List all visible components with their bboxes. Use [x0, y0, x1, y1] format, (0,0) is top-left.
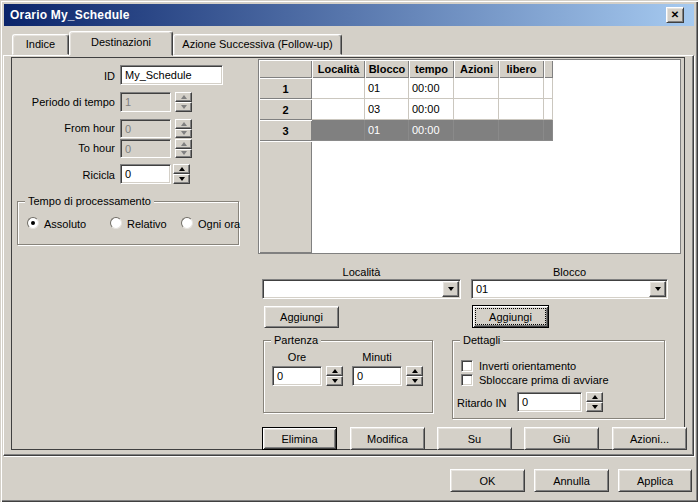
row-header[interactable]: 1: [259, 78, 312, 99]
localita-dropdown-button[interactable]: [442, 281, 459, 297]
radio-relativo[interactable]: [110, 217, 122, 229]
chevron-down-icon: [448, 287, 454, 291]
periodo-field: 1: [120, 92, 171, 112]
close-button[interactable]: ✕: [666, 7, 684, 23]
cell-libero[interactable]: [499, 78, 544, 99]
minuti-field[interactable]: 0: [352, 366, 402, 386]
close-icon: ✕: [671, 10, 679, 20]
sbloccare-checkbox[interactable]: [461, 374, 473, 386]
ore-stepper-up[interactable]: [326, 366, 343, 376]
destinations-table[interactable]: Località Blocco tempo Azioni libero 1 01…: [258, 59, 681, 254]
ore-stepper-down[interactable]: [326, 376, 343, 386]
cell-blocco[interactable]: 01: [365, 120, 409, 141]
aggiungi-blocco-button[interactable]: Aggiungi: [472, 305, 549, 328]
ok-button[interactable]: OK: [450, 469, 525, 492]
cell-blocco[interactable]: 01: [365, 78, 409, 99]
radio-ogni-ora[interactable]: [181, 217, 193, 229]
radio-assoluto[interactable]: [27, 217, 39, 229]
cell-azioni[interactable]: [454, 120, 499, 141]
minuti-stepper-down[interactable]: [406, 376, 423, 386]
applica-label: Applica: [637, 475, 673, 487]
ritardo-stepper-down[interactable]: [586, 402, 603, 412]
applica-button[interactable]: Applica: [618, 469, 692, 492]
modifica-button[interactable]: Modifica: [350, 427, 425, 450]
ricicla-field[interactable]: 0: [120, 164, 171, 184]
dialog-window: Orario My_Schedule ✕ Indice Destinazioni…: [0, 0, 698, 502]
annulla-button[interactable]: Annulla: [534, 469, 609, 492]
minuti-field-value: 0: [357, 370, 363, 382]
col-header-blocco[interactable]: Blocco: [365, 60, 409, 78]
ricicla-stepper-up[interactable]: [173, 164, 190, 174]
dettagli-title: Dettagli: [460, 334, 503, 346]
row-header[interactable]: 2: [259, 99, 312, 120]
ricicla-stepper[interactable]: [173, 164, 190, 184]
to-hour-stepper-up: [175, 139, 192, 149]
blocco-combobox[interactable]: 01: [471, 279, 668, 299]
blocco-dropdown-button[interactable]: [649, 281, 666, 297]
cell-azioni[interactable]: [454, 78, 499, 99]
arrow-up-icon: [412, 369, 418, 373]
ore-stepper[interactable]: [326, 366, 343, 386]
id-field[interactable]: My_Schedule: [120, 65, 223, 85]
col-header-azioni[interactable]: Azioni: [454, 60, 499, 78]
col-header-libero[interactable]: libero: [499, 60, 544, 78]
elimina-label: Elimina: [281, 433, 317, 445]
table-row[interactable]: 1 01 00:00: [259, 78, 680, 99]
col-header-localita[interactable]: Località: [312, 60, 365, 78]
arrow-down-icon: [592, 405, 598, 409]
ore-field-value: 0: [277, 370, 283, 382]
cell-localita[interactable]: [312, 120, 365, 141]
col-header-tempo[interactable]: tempo: [409, 60, 454, 78]
radio-ogni-ora-label: Ogni ora: [198, 218, 240, 230]
arrow-up-icon: [592, 395, 598, 399]
cell-tempo[interactable]: 00:00: [409, 78, 454, 99]
to-hour-stepper: [175, 139, 192, 158]
title-bar[interactable]: Orario My_Schedule: [4, 4, 694, 26]
partenza-title: Partenza: [271, 334, 321, 346]
cell-tempo[interactable]: 00:00: [409, 120, 454, 141]
ricicla-field-value: 0: [125, 168, 131, 180]
elimina-button[interactable]: Elimina: [262, 427, 337, 450]
row-header[interactable]: 3: [259, 120, 312, 141]
ritardo-in-label: Ritardo IN: [457, 397, 507, 409]
su-button[interactable]: Su: [437, 427, 512, 450]
to-hour-field-value: 0: [125, 143, 131, 155]
cell-libero[interactable]: [499, 99, 544, 120]
minuti-stepper-up[interactable]: [406, 366, 423, 376]
ricicla-stepper-down[interactable]: [173, 174, 190, 184]
minuti-stepper[interactable]: [406, 366, 423, 386]
cell-localita[interactable]: [312, 78, 365, 99]
tab-destinazioni-label: Destinazioni: [91, 36, 151, 48]
table-row[interactable]: 2 03 00:00: [259, 99, 680, 120]
tab-azione-successiva[interactable]: Azione Successiva (Follow-up): [173, 34, 342, 55]
ore-field[interactable]: 0: [272, 366, 322, 386]
arrow-down-icon: [181, 151, 187, 155]
table-row-selected[interactable]: 3 01 00:00: [259, 120, 680, 141]
aggiungi-localita-label: Aggiungi: [280, 311, 323, 323]
arrow-down-icon: [332, 379, 338, 383]
annulla-label: Annulla: [553, 475, 590, 487]
row-header-column-rest: [259, 141, 312, 253]
cell-localita[interactable]: [312, 99, 365, 120]
arrow-up-icon: [181, 95, 187, 99]
tab-indice[interactable]: Indice: [12, 34, 69, 55]
ritardo-in-field[interactable]: 0: [517, 392, 582, 412]
ritardo-stepper-up[interactable]: [586, 392, 603, 402]
table-corner-cell: [259, 60, 312, 78]
ritardo-in-stepper[interactable]: [586, 392, 603, 412]
to-hour-label: To hour: [20, 142, 115, 154]
cell-libero[interactable]: [499, 120, 544, 141]
su-label: Su: [468, 433, 481, 445]
arrow-down-icon: [179, 177, 185, 181]
localita-combobox[interactable]: [262, 279, 461, 299]
cell-tempo[interactable]: 00:00: [409, 99, 454, 120]
ritardo-in-field-value: 0: [522, 396, 528, 408]
radio-assoluto-label: Assoluto: [44, 218, 86, 230]
inverti-orientamento-checkbox[interactable]: [461, 360, 473, 372]
azioni-button[interactable]: Azioni...: [612, 427, 687, 450]
tab-destinazioni[interactable]: Destinazioni: [69, 31, 173, 56]
cell-blocco[interactable]: 03: [365, 99, 409, 120]
aggiungi-localita-button[interactable]: Aggiungi: [264, 306, 339, 328]
cell-azioni[interactable]: [454, 99, 499, 120]
giu-button[interactable]: Giù: [524, 427, 599, 450]
